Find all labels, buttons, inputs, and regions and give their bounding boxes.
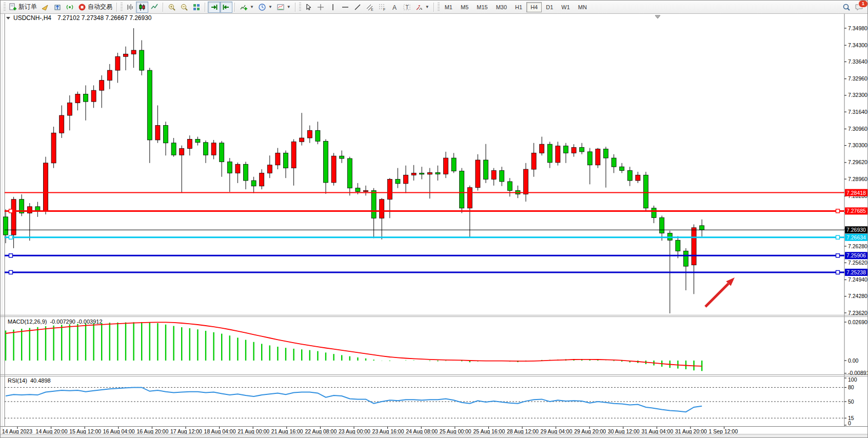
- candle-17 Aug 12:00: [171, 143, 176, 155]
- timeframe-m1[interactable]: M1: [441, 2, 457, 12]
- hline-anchor[interactable]: [9, 254, 13, 257]
- candle-18 Aug 20:00: [235, 164, 240, 173]
- price-label-text: 7.26930: [846, 227, 866, 233]
- candle-22 Aug 00:00: [291, 142, 296, 168]
- candle-29 Aug 00:00: [531, 153, 536, 169]
- signals-button[interactable]: [64, 2, 76, 13]
- tile-windows-button[interactable]: [190, 2, 203, 13]
- macd-axis-label: 0.00: [848, 357, 859, 364]
- candle-31 Aug 00:00: [627, 171, 632, 181]
- candle-23 Aug 20:00: [380, 200, 384, 218]
- timeframe-h1[interactable]: H1: [511, 2, 526, 12]
- hline-anchor[interactable]: [9, 270, 13, 274]
- chart-canvas[interactable]: USDCNH-,H47.27102 7.27348 7.26667 7.2693…: [1, 1, 868, 438]
- hline-anchor[interactable]: [836, 254, 840, 257]
- quotes-button[interactable]: [39, 2, 51, 13]
- zoom-out-button[interactable]: [178, 2, 190, 13]
- candle-24 Aug 08:00: [404, 175, 408, 184]
- hline-anchor[interactable]: [836, 270, 840, 274]
- candle-14 Aug 04:00: [11, 200, 16, 235]
- price-axis-label: 7.30300: [848, 142, 867, 148]
- price-label-text: 7.25238: [846, 269, 866, 275]
- price-axis-label: 7.29620: [848, 159, 867, 165]
- search-button[interactable]: [840, 2, 853, 13]
- price-label-text: 7.28418: [846, 190, 866, 196]
- status-strip: [1, 434, 867, 437]
- timeframe-m30[interactable]: M30: [492, 2, 511, 12]
- zoom-in-button[interactable]: [166, 2, 178, 13]
- price-axis-label: 7.32300: [848, 92, 867, 98]
- arrows-tool-button[interactable]: ▼: [413, 2, 431, 13]
- chevron-down-icon: ▼: [425, 5, 429, 9]
- candle-25 Aug 16:00: [467, 188, 472, 208]
- cursor-tool-button[interactable]: [302, 2, 314, 13]
- crosshair-tool-button[interactable]: [314, 2, 327, 13]
- candle-22 Aug 20:00: [331, 156, 336, 183]
- auto-scroll-button[interactable]: [208, 2, 220, 13]
- candle-18 Aug 04:00: [204, 143, 208, 155]
- hand-pointer-icon: [41, 3, 49, 11]
- candle-17 Aug 04:00: [155, 126, 160, 140]
- trendline-tool-button[interactable]: [351, 2, 364, 13]
- chevron-down-icon: ▼: [268, 5, 272, 9]
- new-order-button[interactable]: 新订单: [7, 2, 39, 13]
- bar-chart-button[interactable]: [124, 2, 136, 13]
- candle-29 Aug 16:00: [564, 146, 568, 153]
- candle-21 Aug 04:00: [251, 181, 256, 186]
- fibonacci-tool-button[interactable]: F: [376, 2, 388, 13]
- horizontal-line-tool-button[interactable]: [339, 2, 351, 13]
- chart-title: USDCNH-,H47.27102 7.27348 7.26667 7.2693…: [13, 14, 152, 22]
- publish-chart-button[interactable]: [51, 2, 64, 13]
- text-label-tool-button[interactable]: T: [401, 2, 413, 13]
- chart-shift-icon: [222, 3, 230, 11]
- price-label-text: 7.25906: [846, 252, 866, 258]
- text-tool-button[interactable]: A: [388, 2, 401, 13]
- candle-18 Aug 16:00: [227, 162, 232, 173]
- chevron-down-icon: ▼: [287, 5, 291, 9]
- timeframe-w1[interactable]: W1: [557, 2, 574, 12]
- candle-16 Aug 08:00: [115, 56, 120, 70]
- candle-17 Aug 16:00: [180, 149, 184, 155]
- chart-shift-button[interactable]: [220, 2, 232, 13]
- hline-anchor[interactable]: [836, 235, 840, 239]
- candle-25 Aug 08:00: [451, 158, 456, 171]
- search-icon: [842, 3, 851, 11]
- candle-29 Aug 20:00: [571, 148, 576, 153]
- fibonacci-icon: F: [378, 3, 386, 11]
- templates-button[interactable]: ▼: [274, 2, 293, 13]
- hline-anchor[interactable]: [836, 209, 840, 213]
- timeframe-m15[interactable]: M15: [472, 2, 491, 12]
- upload-chart-icon: [53, 3, 62, 11]
- vertical-line-tool-button[interactable]: [327, 2, 339, 13]
- candle-30 Aug 04:00: [587, 152, 592, 165]
- signal-icon: [66, 3, 74, 11]
- timeframe-d1[interactable]: D1: [542, 2, 557, 12]
- hline-anchor[interactable]: [9, 209, 13, 213]
- line-chart-button[interactable]: [148, 2, 161, 13]
- timeframe-m5[interactable]: M5: [457, 2, 472, 12]
- candle-29 Aug 08:00: [547, 144, 552, 163]
- zoom-out-icon: [180, 3, 188, 11]
- candle-18 Aug 08:00: [211, 143, 216, 155]
- cursor-icon: [304, 3, 312, 11]
- channel-tool-button[interactable]: E: [364, 2, 376, 13]
- indicators-button[interactable]: ▼: [238, 2, 256, 13]
- new-order-icon: [9, 3, 17, 11]
- candle-15 Aug 08:00: [67, 103, 72, 115]
- notifications-button[interactable]: 1: [853, 2, 865, 13]
- candle-30 Aug 12:00: [604, 149, 608, 158]
- hline-anchor[interactable]: [9, 235, 13, 239]
- candle-24 Aug 04:00: [396, 180, 400, 184]
- candlestick-chart-button[interactable]: [136, 2, 148, 13]
- timeframe-mn[interactable]: MN: [574, 2, 591, 12]
- timeframe-h4[interactable]: H4: [526, 2, 542, 12]
- candle-14 Aug 12:00: [27, 207, 32, 213]
- auto-trading-label: 自动交易: [88, 3, 112, 11]
- auto-trading-button[interactable]: 自动交易: [76, 2, 114, 13]
- candle-16 Aug 04:00: [107, 70, 112, 81]
- candle-24 Aug 16:00: [420, 173, 424, 174]
- price-axis-label: 7.33640: [848, 58, 867, 65]
- candle-30 Aug 20:00: [620, 167, 624, 170]
- candle-14 Aug 20:00: [44, 163, 48, 211]
- periods-button[interactable]: ▼: [256, 2, 274, 13]
